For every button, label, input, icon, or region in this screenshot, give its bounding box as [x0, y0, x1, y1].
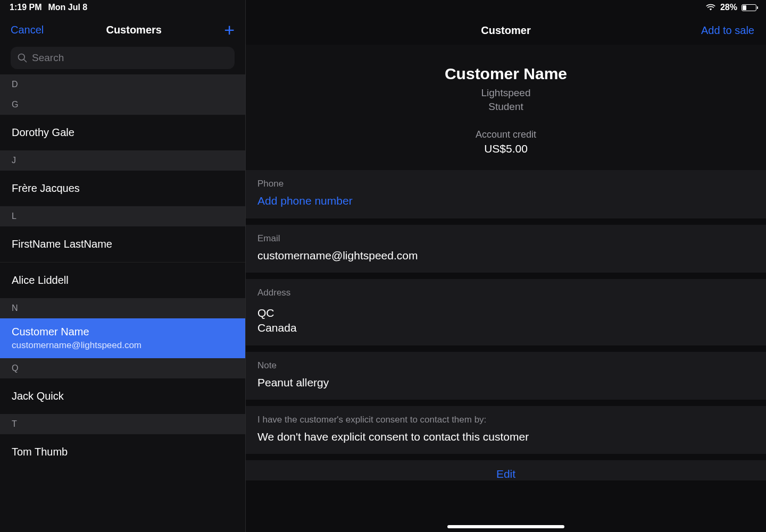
- customer-name: FirstName LastName: [12, 238, 112, 250]
- customer-detail: Customer Add to sale Customer Name Light…: [246, 0, 766, 532]
- address-line2: Canada: [257, 320, 754, 335]
- search-icon: [17, 53, 28, 63]
- note-label: Note: [257, 360, 754, 371]
- list-item[interactable]: Tom Thumb: [0, 434, 245, 470]
- customer-name: Frère Jacques: [12, 182, 80, 194]
- section-header: L: [0, 206, 245, 226]
- section-header: G: [0, 95, 245, 115]
- list-item[interactable]: FirstName LastName: [0, 226, 245, 263]
- consent-value: We don't have explicit consent to contac…: [257, 429, 754, 444]
- add-customer-button[interactable]: +: [224, 21, 235, 39]
- customer-email: customername@lightspeed.com: [12, 340, 234, 351]
- section-header: J: [0, 150, 245, 171]
- status-battery-pct: 28%: [720, 3, 737, 12]
- consent-section: I have the customer's explicit consent t…: [246, 406, 766, 454]
- note-value: Peanut allergy: [257, 375, 754, 390]
- edit-button[interactable]: Edit: [246, 460, 766, 480]
- sidebar-title: Customers: [106, 24, 161, 36]
- detail-title: Customer: [481, 24, 530, 37]
- add-to-sale-button[interactable]: Add to sale: [701, 24, 754, 37]
- account-credit-value: US$5.00: [246, 142, 766, 155]
- address-line1: QC: [257, 306, 754, 320]
- email-section: Email customername@lightspeed.com: [246, 225, 766, 273]
- email-label: Email: [257, 233, 754, 244]
- svg-line-1: [24, 60, 27, 62]
- phone-section: Phone Add phone number: [246, 170, 766, 218]
- section-header: T: [0, 414, 245, 434]
- battery-icon: [742, 4, 756, 11]
- phone-label: Phone: [257, 179, 754, 189]
- cancel-button[interactable]: Cancel: [11, 24, 44, 36]
- list-item[interactable]: Frère Jacques: [0, 171, 245, 206]
- customer-list[interactable]: D G Dorothy Gale J Frère Jacques L First…: [0, 74, 245, 532]
- status-date: Mon Jul 8: [48, 3, 87, 12]
- customer-name: Jack Quick: [12, 390, 64, 402]
- consent-label: I have the customer's explicit consent t…: [257, 415, 754, 425]
- section-header: D: [0, 74, 245, 95]
- note-section: Note Peanut allergy: [246, 352, 766, 400]
- search-input[interactable]: [11, 47, 235, 69]
- customer-name: Tom Thumb: [12, 446, 68, 458]
- customer-type: Student: [246, 100, 766, 114]
- list-item[interactable]: Dorothy Gale: [0, 115, 245, 150]
- customer-name: Dorothy Gale: [12, 126, 74, 138]
- customer-company: Lightspeed: [246, 86, 766, 100]
- address-label: Address: [257, 288, 754, 298]
- section-header: Q: [0, 358, 245, 378]
- customer-list-sidebar: Cancel Customers + D G Dorothy Gale J Fr…: [0, 0, 246, 532]
- list-item[interactable]: Jack Quick: [0, 378, 245, 414]
- email-value: customername@lightspeed.com: [257, 248, 754, 263]
- home-indicator[interactable]: [447, 525, 564, 528]
- account-credit-label: Account credit: [246, 129, 766, 140]
- list-item-selected[interactable]: Customer Name customername@lightspeed.co…: [0, 318, 245, 358]
- add-phone-button[interactable]: Add phone number: [257, 193, 754, 208]
- status-time: 1:19 PM: [10, 3, 41, 12]
- customer-hero: Customer Name Lightspeed Student Account…: [246, 45, 766, 170]
- wifi-icon: [705, 4, 716, 11]
- section-header: N: [0, 298, 245, 318]
- search-field[interactable]: [32, 52, 228, 64]
- customer-name-heading: Customer Name: [246, 65, 766, 83]
- customer-name: Alice Liddell: [12, 274, 69, 286]
- list-item[interactable]: Alice Liddell: [0, 263, 245, 298]
- status-bar: 1:19 PM Mon Jul 8 28%: [0, 0, 766, 15]
- address-section: Address QC Canada: [246, 279, 766, 345]
- customer-name: Customer Name: [12, 326, 234, 338]
